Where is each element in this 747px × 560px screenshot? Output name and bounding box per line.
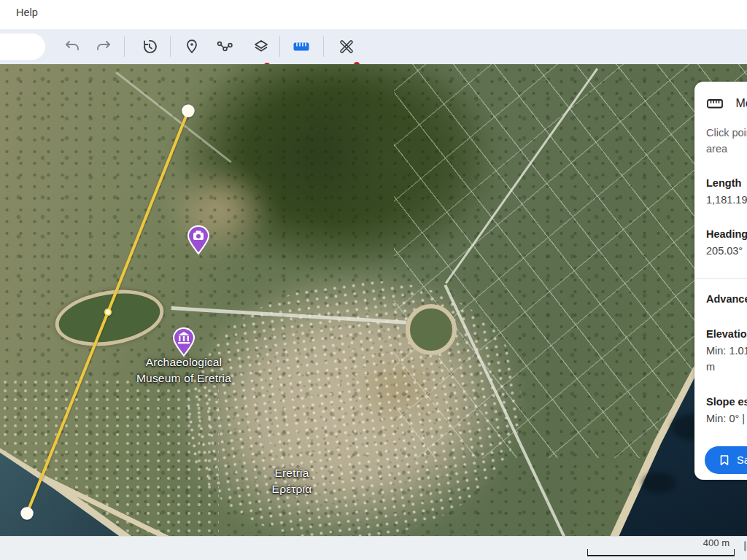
panel-divider [694, 278, 747, 279]
undo-icon[interactable] [63, 38, 81, 55]
length-label: Length [706, 177, 741, 189]
measure-vertex[interactable] [105, 309, 112, 316]
measure-panel-icon [706, 95, 724, 112]
edge-fragment [744, 541, 746, 551]
toolbar-divider [279, 36, 280, 57]
city-label: Eretria Ερέτρια [241, 465, 343, 497]
add-path-icon[interactable] [216, 38, 233, 55]
toolbar [0, 29, 747, 64]
elevation-value: m [706, 361, 715, 373]
advanced-title: Advanced measurements [706, 293, 747, 305]
museum-poi-pin[interactable] [171, 327, 196, 357]
status-bar [0, 536, 747, 560]
measure-endpoint[interactable] [183, 106, 194, 117]
toolbar-divider [323, 36, 324, 57]
heading-label: Heading [706, 228, 747, 240]
length-value: 1,181.19 m [706, 194, 747, 206]
museum-label: Archaeological Museum of Eretria [111, 354, 257, 386]
save-button[interactable]: Save [705, 446, 747, 474]
panel-title: Measure [735, 97, 747, 109]
slope-label: Slope estimate [706, 396, 747, 408]
measure-panel: Measure Click points to measure distance… [694, 82, 747, 480]
photo-poi-pin[interactable] [186, 225, 211, 255]
measure-endpoint[interactable] [22, 508, 33, 519]
measurement-line[interactable] [0, 64, 747, 536]
menu-bar: Help [0, 0, 747, 29]
add-placemark-icon[interactable] [183, 38, 201, 55]
toolbar-divider [170, 36, 171, 57]
panel-header: Measure [706, 95, 747, 112]
historical-imagery-icon[interactable] [141, 38, 158, 55]
scale-label: 400 m [686, 537, 729, 548]
heading-value: 205.03° [706, 245, 743, 257]
measure-icon[interactable] [293, 38, 310, 55]
search-input[interactable] [0, 34, 45, 60]
scale-bar [587, 549, 735, 556]
redo-icon[interactable] [95, 38, 112, 55]
toolbar-divider [124, 36, 125, 57]
elevation-value: Min: 1.01 m | Max: [706, 345, 747, 357]
panel-description: Click points to measure distance and [706, 127, 747, 139]
satellite-map[interactable]: Archaeological Museum of Eretria Eretria… [0, 64, 747, 536]
bookmark-icon [718, 454, 731, 467]
save-button-label: Save [737, 454, 747, 466]
slope-value: Min: 0° | Max: [706, 413, 747, 424]
design-tools-icon[interactable] [338, 38, 355, 55]
panel-description: area [706, 143, 727, 155]
menu-help[interactable]: Help [16, 7, 38, 18]
layers-icon[interactable] [252, 38, 270, 55]
elevation-label: Elevation estimate [706, 328, 747, 340]
